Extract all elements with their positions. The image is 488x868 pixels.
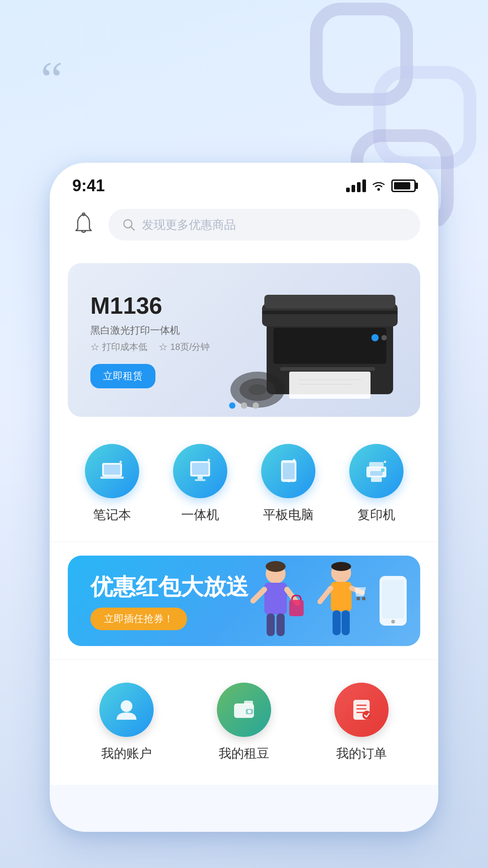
status-time: 9:41 [72, 176, 105, 195]
promo-figure-woman [244, 560, 307, 646]
quick-my-orders[interactable]: 我的订单 [334, 683, 389, 762]
bell-icon [72, 212, 95, 237]
category-icon-notebook: ✦ [85, 444, 139, 498]
phone-frame: 9:41 [50, 163, 438, 832]
signal-bar-4 [362, 179, 366, 192]
promo-section: 优惠红包大放送 立即插任抢券！ [50, 542, 438, 660]
svg-text:✦: ✦ [292, 458, 296, 463]
category-allinone[interactable]: ✦ 一体机 [173, 444, 227, 524]
svg-rect-22 [104, 465, 120, 475]
svg-point-3 [377, 188, 380, 191]
svg-point-16 [381, 335, 387, 340]
header: 发现更多优惠商品 [50, 204, 438, 254]
search-placeholder: 发现更多优惠商品 [142, 217, 236, 233]
user-icon [113, 696, 140, 723]
svg-rect-17 [264, 295, 395, 308]
my-orders-icon-wrap [334, 683, 389, 737]
svg-point-59 [391, 620, 395, 623]
category-label-allinone: 一体机 [181, 506, 219, 524]
svg-point-38 [381, 468, 385, 472]
quick-beans-label: 我的租豆 [219, 745, 269, 762]
search-icon [122, 218, 136, 231]
quick-my-account[interactable]: 我的账户 [99, 683, 154, 762]
category-notebook[interactable]: ✦ 笔记本 [85, 444, 139, 524]
svg-rect-58 [382, 580, 404, 618]
svg-rect-14 [262, 311, 398, 314]
svg-rect-44 [267, 613, 275, 636]
svg-point-47 [266, 561, 286, 572]
category-label-copier: 复印机 [357, 506, 395, 524]
svg-rect-49 [331, 582, 352, 611]
banner-feature2: ☆ 18页/分钟 [159, 342, 210, 352]
svg-point-69 [362, 711, 371, 720]
banner-text: M1136 黑白激光打印一体机 ☆ 打印成本低 ☆ 18页/分钟 立即租赁 [68, 274, 233, 406]
signal-bar-2 [352, 185, 355, 192]
svg-rect-53 [342, 610, 350, 635]
svg-point-54 [331, 562, 351, 571]
promo-phone [375, 574, 411, 646]
svg-rect-41 [264, 583, 287, 614]
status-icons [346, 179, 416, 192]
svg-point-56 [362, 597, 366, 600]
svg-rect-27 [197, 476, 203, 479]
tablet-icon: ✦ [275, 458, 302, 485]
svg-rect-45 [277, 613, 285, 636]
signal-bar-3 [357, 182, 361, 192]
promo-sub-button[interactable]: 立即插任抢券！ [90, 608, 187, 630]
banner-description: 黑白激光打印一体机 [90, 324, 210, 337]
printer-svg [221, 268, 420, 412]
promo-main-text: 优惠红包大放送 [90, 572, 249, 602]
category-icon-tablet: ✦ [261, 444, 315, 498]
svg-text:✦: ✦ [206, 458, 211, 463]
decorative-quote: “ [41, 54, 63, 104]
notification-button[interactable] [68, 209, 99, 241]
svg-rect-28 [195, 479, 206, 481]
status-bar: 9:41 [50, 163, 438, 204]
svg-rect-26 [192, 463, 208, 475]
category-tablet[interactable]: ✦ 平板电脑 [261, 444, 315, 524]
quick-account-label: 我的账户 [101, 745, 152, 762]
svg-rect-31 [283, 463, 295, 479]
category-copier[interactable]: ✦ 复印机 [349, 444, 404, 524]
promo-banner[interactable]: 优惠红包大放送 立即插任抢券！ [68, 556, 420, 646]
svg-rect-62 [244, 701, 253, 704]
category-label-tablet: 平板电脑 [263, 506, 314, 524]
svg-rect-52 [333, 610, 341, 635]
signal-bar-1 [346, 188, 350, 192]
svg-text:✦: ✦ [383, 459, 387, 465]
category-icon-allinone: ✦ [173, 444, 227, 498]
quick-access-section: 我的账户 我的租豆 [50, 660, 438, 785]
svg-line-42 [253, 590, 264, 601]
banner-dot-2[interactable] [241, 402, 247, 409]
svg-line-50 [320, 588, 331, 602]
svg-point-15 [371, 334, 379, 341]
my-account-icon-wrap [99, 683, 154, 737]
banner-printer-image [203, 263, 420, 417]
quick-my-beans[interactable]: 我的租豆 [217, 683, 271, 762]
laptop-icon: ✦ [99, 458, 126, 485]
monitor-icon: ✦ [187, 458, 214, 485]
search-bar[interactable]: 发现更多优惠商品 [108, 209, 420, 241]
svg-rect-23 [100, 476, 124, 479]
svg-rect-35 [370, 471, 383, 476]
svg-rect-9 [280, 367, 375, 371]
category-label-notebook: 笔记本 [93, 506, 131, 524]
svg-point-60 [121, 700, 132, 712]
svg-rect-10 [289, 372, 371, 399]
promo-figure-man [312, 560, 371, 646]
svg-line-6 [131, 226, 134, 230]
banner-dot-3[interactable] [253, 402, 259, 409]
svg-rect-0 [316, 9, 407, 99]
categories-section: ✦ 笔记本 ✦ 一体机 [50, 426, 438, 542]
wifi-icon [371, 180, 386, 191]
rent-now-button[interactable]: 立即租赁 [90, 364, 155, 388]
svg-rect-46 [289, 600, 304, 616]
svg-rect-8 [273, 328, 386, 364]
svg-point-20 [249, 384, 267, 395]
order-icon [348, 696, 375, 723]
svg-point-32 [287, 480, 290, 482]
promo-text-block: 优惠红包大放送 立即插任抢券！ [90, 572, 249, 630]
svg-rect-37 [371, 477, 382, 482]
banner: M1136 黑白激光打印一体机 ☆ 打印成本低 ☆ 18页/分钟 立即租赁 [68, 263, 420, 417]
battery-icon [391, 179, 416, 192]
